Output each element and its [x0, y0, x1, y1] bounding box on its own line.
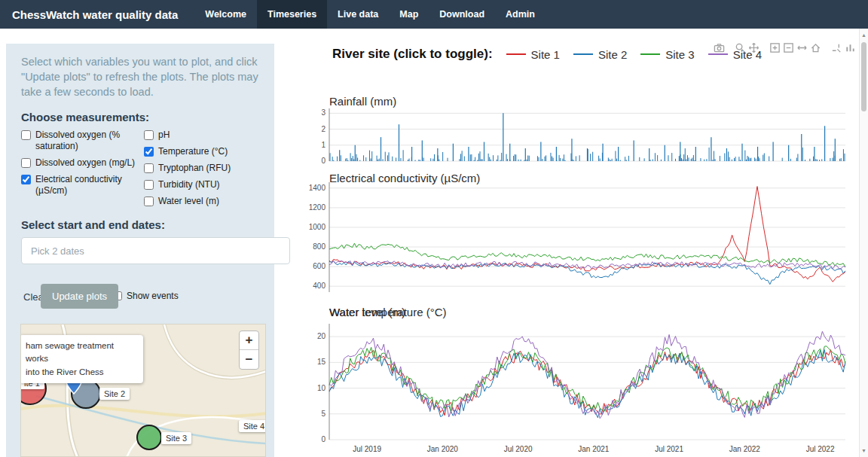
actions-row: Clear dates Update plots Show events [21, 284, 259, 312]
plotly-modebar [714, 42, 856, 53]
checkbox-tryptophan-rfu[interactable] [144, 163, 154, 173]
checkbox-label: Water level (m) [158, 196, 219, 207]
home-icon[interactable] [810, 42, 821, 53]
nav-item-admin[interactable]: Admin [495, 0, 546, 29]
nav-item-timeseries[interactable]: Timeseries [257, 0, 327, 29]
checkbox-temperature-c[interactable] [144, 147, 154, 157]
svg-text:15: 15 [317, 358, 326, 366]
measurement-dissolved-oxygen-saturation[interactable]: Dissolved oxygen (% saturation) [21, 129, 136, 152]
measurements-grid: Dissolved oxygen (% saturation)Dissolved… [21, 129, 259, 207]
checkbox-label: Tryptophan (RFU) [158, 163, 231, 174]
measurement-temperature-c[interactable]: Temperature (°C) [144, 146, 259, 157]
svg-text:1200: 1200 [309, 203, 326, 212]
svg-text:Jul 2019: Jul 2019 [353, 445, 381, 453]
measurements-column-2: pHTemperature (°C)Tryptophan (RFU)Turbid… [144, 129, 259, 207]
temperature-chart: Water temperature (°C) Water level (m) 0… [301, 304, 848, 457]
checkbox-ph[interactable] [144, 130, 154, 140]
legend-item-site-1[interactable]: Site 1 [506, 48, 560, 61]
svg-text:1400: 1400 [309, 184, 326, 192]
app-window: ChessWatch water quality data Welcome Ti… [0, 0, 868, 457]
svg-text:3: 3 [321, 108, 326, 117]
temperature-plot-area[interactable]: 05101520Jul 2019Jan 2020Jul 2020Jan 2021… [301, 319, 848, 457]
measurement-water-level-m[interactable]: Water level (m) [144, 196, 259, 207]
zoom-icon[interactable] [735, 42, 746, 53]
map-label-site2: Site 2 [99, 388, 130, 400]
svg-text:Jul 2020: Jul 2020 [504, 445, 533, 453]
svg-text:5: 5 [321, 410, 326, 418]
measurement-dissolved-oxygen-mg-l[interactable]: Dissolved oxygen (mg/L) [21, 157, 136, 169]
water-level-chart-title-overlay: Water level (m) [329, 306, 405, 318]
svg-text:2: 2 [321, 125, 326, 133]
map-zoom-in-button[interactable]: + [240, 331, 258, 350]
map-tooltip-line2: into the River Chess [26, 366, 137, 379]
zoom-out-icon[interactable] [783, 42, 794, 53]
checkbox-electrical-conductivity-s-cm[interactable] [21, 175, 31, 184]
svg-text:800: 800 [313, 242, 326, 251]
legend-item-site-3[interactable]: Site 3 [640, 48, 694, 61]
chart-header: River site (click to toggle): Site 1Site… [332, 47, 762, 62]
map-zoom-out-button[interactable]: − [240, 350, 258, 369]
checkbox-label: Temperature (°C) [158, 146, 228, 157]
svg-text:1000: 1000 [309, 223, 326, 231]
checkbox-label: pH [158, 129, 170, 141]
svg-text:Jan 2022: Jan 2022 [729, 445, 761, 453]
map-zoom-control: + − [239, 331, 259, 370]
measurement-tryptophan-rfu[interactable]: Tryptophan (RFU) [144, 163, 259, 174]
nav-item-live-data[interactable]: Live data [327, 0, 389, 29]
autoscale-icon[interactable] [796, 42, 808, 53]
update-plots-button[interactable]: Update plots [41, 284, 118, 309]
map-panel[interactable]: ham sewage treatment works into the Rive… [20, 324, 266, 457]
nav-item-map[interactable]: Map [389, 0, 429, 29]
plotly-logo-icon[interactable] [845, 42, 856, 53]
rainfall-plot-area[interactable]: 0123 [301, 105, 848, 166]
svg-text:20: 20 [317, 332, 326, 340]
legend-label: Site 2 [598, 48, 627, 61]
svg-text:Jan 2020: Jan 2020 [427, 445, 459, 453]
svg-text:10: 10 [317, 384, 326, 392]
sidebar-intro-text: Select which variables you want to plot,… [21, 54, 259, 99]
checkbox-label: Dissolved oxygen (mg/L) [35, 157, 135, 169]
measurement-turbidity-ntu[interactable]: Turbidity (NTU) [144, 179, 259, 190]
svg-text:Jan 2021: Jan 2021 [578, 445, 610, 453]
checkbox-dissolved-oxygen-saturation[interactable] [21, 130, 31, 140]
navbar-brand[interactable]: ChessWatch water quality data [0, 0, 190, 29]
measurement-electrical-conductivity-s-cm[interactable]: Electrical conductivity (µS/cm) [21, 174, 136, 197]
checkbox-label: Dissolved oxygen (% saturation) [35, 129, 136, 152]
map-tooltip-line1: ham sewage treatment works [26, 340, 137, 366]
show-events-label: Show events [127, 291, 179, 301]
legend-item-site-2[interactable]: Site 2 [573, 48, 627, 61]
pan-icon[interactable] [748, 42, 760, 53]
nav-item-welcome[interactable]: Welcome [194, 0, 257, 29]
svg-text:400: 400 [313, 282, 326, 290]
rainfall-chart-title: Rainfall (mm) [329, 95, 396, 108]
scrollbar-up-icon[interactable]: ▲ [860, 30, 868, 40]
page-scrollbar[interactable]: ▲ ▼ [859, 29, 868, 457]
nav-item-download[interactable]: Download [429, 0, 495, 29]
show-events-checkbox[interactable]: Show events [113, 291, 179, 301]
conductivity-plot-area[interactable]: 400600800100012001400 [301, 179, 848, 300]
checkbox-turbidity-ntu[interactable] [144, 180, 154, 190]
zoom-in-icon[interactable] [769, 42, 781, 53]
date-range-input[interactable] [21, 237, 290, 264]
measurements-heading: Choose measurements: [21, 111, 259, 123]
spikeline-icon[interactable] [831, 42, 842, 53]
legend-color-line [640, 53, 660, 55]
legend-color-line [708, 53, 728, 55]
checkbox-dissolved-oxygen-mg-l[interactable] [21, 158, 31, 168]
navbar: ChessWatch water quality data Welcome Ti… [0, 0, 868, 29]
camera-icon[interactable] [714, 42, 725, 53]
legend-title: River site (click to toggle): [332, 47, 493, 62]
measurement-ph[interactable]: pH [144, 129, 259, 141]
legend-color-line [573, 53, 593, 55]
navbar-items: Welcome Timeseries Live data Map Downloa… [194, 0, 546, 29]
map-label-site3: Site 3 [161, 432, 191, 444]
checkbox-water-level-m[interactable] [144, 197, 154, 206]
scrollbar-down-icon[interactable]: ▼ [860, 446, 868, 455]
svg-text:0: 0 [321, 435, 326, 443]
checkbox-label: Electrical conductivity (µS/cm) [35, 174, 136, 197]
svg-text:0: 0 [321, 157, 326, 165]
scrollbar-thumb[interactable] [861, 42, 866, 111]
map-site3-marker [137, 425, 161, 449]
conductivity-chart-title: Electrical conductivity (µS/cm) [329, 172, 480, 184]
sidebar-panel: Select which variables you want to plot,… [6, 44, 274, 457]
